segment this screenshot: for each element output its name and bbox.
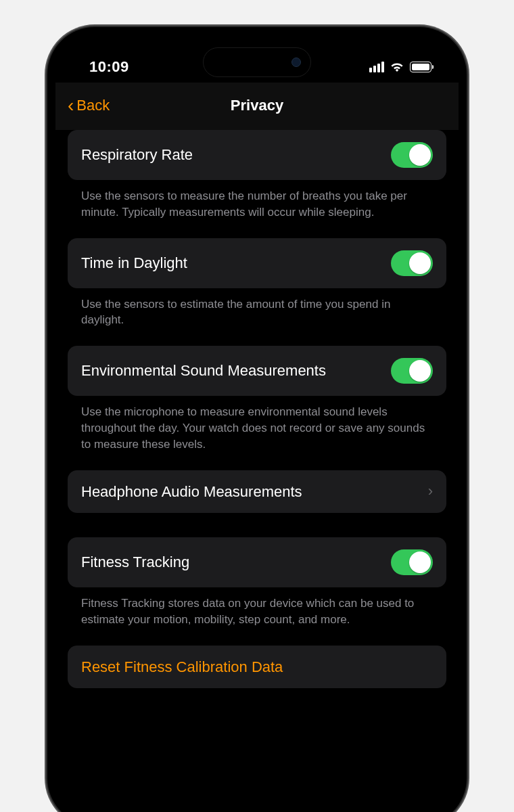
time-in-daylight-footer: Use the sensors to estimate the amount o… (68, 288, 446, 346)
reset-calibration-row[interactable]: Reset Fitness Calibration Data (68, 646, 446, 689)
time-in-daylight-label: Time in Daylight (81, 254, 380, 273)
dynamic-island (203, 47, 311, 77)
reset-calibration-label: Reset Fitness Calibration Data (81, 658, 433, 677)
settings-list: Respiratory Rate Use the sensors to meas… (55, 130, 459, 811)
headphone-audio-label: Headphone Audio Measurements (81, 482, 417, 501)
environmental-sound-footer: Use the microphone to measure environmen… (68, 396, 446, 470)
environmental-sound-label: Environmental Sound Measurements (81, 361, 380, 380)
respiratory-rate-label: Respiratory Rate (81, 145, 380, 164)
phone-frame: 10:09 ‹ Back (47, 27, 467, 812)
back-label: Back (76, 97, 110, 114)
cellular-signal-icon (369, 62, 384, 72)
fitness-tracking-toggle[interactable] (391, 549, 433, 575)
screen: 10:09 ‹ Back (55, 35, 459, 812)
front-camera-icon (291, 58, 301, 67)
back-button[interactable]: ‹ Back (68, 96, 110, 115)
fitness-tracking-footer: Fitness Tracking stores data on your dev… (68, 587, 446, 646)
chevron-left-icon: ‹ (68, 96, 74, 115)
environmental-sound-row[interactable]: Environmental Sound Measurements (68, 346, 446, 396)
respiratory-rate-toggle[interactable] (391, 142, 433, 168)
page-title: Privacy (55, 97, 459, 114)
status-icons (369, 62, 431, 72)
battery-icon (410, 62, 431, 72)
fitness-tracking-label: Fitness Tracking (81, 553, 380, 572)
environmental-sound-toggle[interactable] (391, 358, 433, 384)
fitness-tracking-row[interactable]: Fitness Tracking (68, 537, 446, 587)
chevron-right-icon: › (428, 482, 433, 500)
nav-bar: ‹ Back Privacy (55, 83, 459, 130)
status-time: 10:09 (89, 58, 129, 76)
time-in-daylight-toggle[interactable] (391, 250, 433, 276)
wifi-icon (390, 62, 404, 72)
respiratory-rate-footer: Use the sensors to measure the number of… (68, 180, 446, 238)
headphone-audio-row[interactable]: Headphone Audio Measurements › (68, 470, 446, 514)
time-in-daylight-row[interactable]: Time in Daylight (68, 238, 446, 288)
respiratory-rate-row[interactable]: Respiratory Rate (68, 130, 446, 180)
